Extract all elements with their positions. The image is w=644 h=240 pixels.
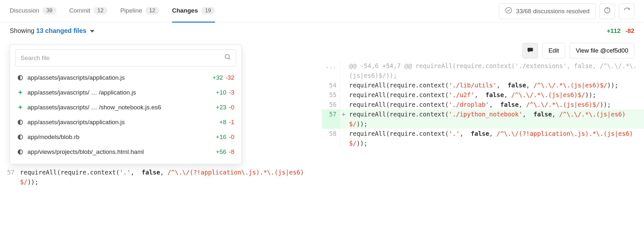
tab-discussion-count: 39 [43, 7, 56, 15]
file-search-box [15, 49, 236, 66]
line-code: requireAll(require.context('./lib/utils'… [347, 80, 644, 90]
file-added-icon: + [17, 105, 24, 110]
showing-prefix: Showing [10, 27, 36, 34]
file-modified-icon [17, 75, 24, 80]
line-number: 56 [322, 100, 340, 109]
svg-text:!: ! [607, 9, 608, 12]
tab-commit[interactable]: Commit 12 [69, 0, 107, 23]
diff-line[interactable]: 58requireAll(require.context('.', false,… [322, 129, 644, 148]
tab-pipeline[interactable]: Pipeline 12 [120, 0, 159, 23]
line-code: requireAll(require.context('./ipython_no… [347, 109, 644, 129]
file-path: app/assets/javascripts/application.js [27, 74, 209, 81]
line-gutter [340, 61, 347, 80]
file-modified-icon [17, 135, 24, 140]
diff-line[interactable]: 54requireAll(require.context('./lib/util… [322, 80, 644, 90]
svg-point-4 [225, 55, 229, 59]
file-list-item[interactable]: app/assets/javascripts/application.js+8-… [10, 115, 241, 130]
line-gutter [340, 129, 347, 148]
tab-commit-label: Commit [69, 7, 90, 14]
file-list-item[interactable]: +app/assets/javascripts/ … /show_noteboo… [10, 100, 241, 115]
diff-totals: +112 -82 [607, 27, 634, 35]
file-list-item[interactable]: app/assets/javascripts/application.js+32… [10, 70, 241, 85]
mr-tabs-bar: Discussion 39 Commit 12 Pipeline 12 Chan… [0, 0, 644, 23]
line-code: requireAll(require.context('.', false, /… [18, 167, 322, 187]
line-gutter [340, 100, 347, 109]
diff-line[interactable]: 57+requireAll(require.context('./ipython… [322, 109, 644, 129]
plus-circle-icon: ! [604, 7, 611, 15]
file-diff-stats: +8-1 [219, 119, 234, 126]
line-code: requireAll(require.context('./droplab', … [347, 100, 644, 109]
file-list-item[interactable]: app/models/blob.rb+16-0 [10, 130, 241, 145]
changed-files-toggle[interactable]: Showing 13 changed files [10, 27, 94, 35]
comment-icon [527, 47, 533, 55]
svg-point-0 [506, 7, 512, 13]
total-additions: +112 [607, 27, 620, 34]
line-gutter: + [340, 109, 347, 129]
line-code: requireAll(require.context('.', false, /… [347, 129, 644, 148]
line-code: requireAll(require.context('./u2f', fals… [347, 90, 644, 100]
file-diff-stats: +56-8 [216, 148, 234, 155]
file-list-item[interactable]: +app/assets/javascripts/ … /application.… [10, 85, 241, 100]
file-diff-stats: +10-3 [216, 89, 234, 96]
total-deletions: -82 [626, 27, 634, 34]
file-path: app/assets/javascripts/ … /application.j… [27, 89, 212, 96]
next-discussion-button[interactable] [619, 4, 634, 19]
new-issue-button[interactable]: ! [600, 4, 615, 19]
tab-pipeline-label: Pipeline [120, 7, 142, 14]
tab-changes-label: Changes [172, 7, 198, 14]
file-search-input[interactable] [20, 54, 224, 62]
hunk-header[interactable]: ...@@ -54,6 +54,7 @@ requireAll(require.… [322, 61, 644, 80]
diff-line[interactable]: 57requireAll(require.context('.', false,… [0, 167, 322, 187]
search-icon [224, 54, 231, 62]
diff-line[interactable]: 56requireAll(require.context('./droplab'… [322, 100, 644, 109]
file-diff-stats: +32-32 [212, 74, 234, 81]
file-path: app/models/blob.rb [27, 134, 212, 141]
changed-files-link: 13 changed files [36, 27, 86, 34]
file-diff-stats: +23-0 [216, 104, 234, 111]
edit-button[interactable]: Edit [542, 43, 565, 58]
line-gutter [340, 80, 347, 90]
hunk-header-text: @@ -54,6 +54,7 @@ requireAll(require.con… [347, 61, 644, 80]
line-gutter [340, 90, 347, 100]
view-file-button[interactable]: View file @cef5d00 [570, 43, 634, 58]
tab-commit-count: 12 [93, 7, 107, 15]
tab-changes-count: 19 [201, 7, 215, 15]
mr-tabs: Discussion 39 Commit 12 Pipeline 12 Chan… [10, 0, 499, 23]
line-number: 58 [322, 129, 340, 148]
changed-files-dropdown: app/assets/javascripts/application.js+32… [10, 45, 242, 164]
file-list-item[interactable]: app/views/projects/blob/_actions.html.ha… [10, 145, 241, 159]
diff-right-pane: ...@@ -54,6 +54,7 @@ requireAll(require.… [322, 61, 644, 187]
file-added-icon: + [17, 90, 24, 95]
tab-discussion[interactable]: Discussion 39 [10, 0, 56, 23]
toggle-comments-button[interactable] [522, 43, 538, 58]
right-controls: 33/68 discussions resolved ! [499, 3, 634, 19]
file-diff-stats: +16-0 [216, 134, 234, 141]
file-path: app/assets/javascripts/application.js [27, 119, 215, 126]
tab-pipeline-count: 12 [145, 7, 159, 15]
line-number: 55 [322, 90, 340, 100]
resolved-text: 33/68 discussions resolved [516, 8, 590, 15]
expand-marker[interactable]: ... [322, 61, 340, 80]
files-summary-bar: Showing 13 changed files +112 -82 [0, 23, 644, 39]
line-number: 57 [0, 167, 18, 187]
svg-line-5 [229, 58, 230, 60]
diff-line[interactable]: 55requireAll(require.context('./u2f', fa… [322, 90, 644, 100]
resolved-discussions[interactable]: 33/68 discussions resolved [499, 3, 596, 19]
line-number: 57 [322, 109, 340, 129]
file-path: app/views/projects/blob/_actions.html.ha… [27, 148, 212, 155]
file-list: app/assets/javascripts/application.js+32… [10, 68, 241, 159]
check-circle-icon [505, 7, 512, 15]
tab-changes[interactable]: Changes 19 [172, 0, 215, 23]
tab-discussion-label: Discussion [10, 7, 39, 14]
reply-arrow-icon [623, 7, 630, 15]
line-number: 54 [322, 80, 340, 90]
file-path: app/assets/javascripts/ … /show_notebook… [27, 104, 212, 111]
caret-down-icon [90, 30, 94, 33]
file-modified-icon [17, 149, 24, 155]
file-modified-icon [17, 120, 24, 125]
